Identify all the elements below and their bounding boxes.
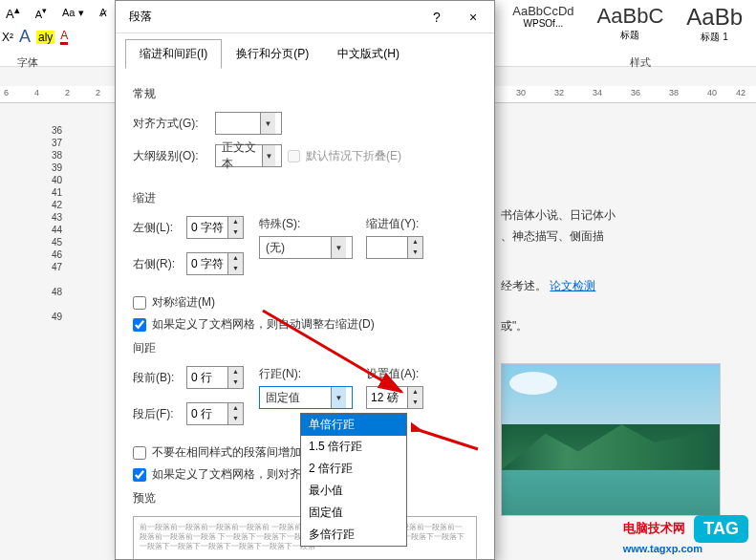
highlight-button[interactable]: aly bbox=[36, 31, 54, 44]
before-label: 段前(B): bbox=[133, 370, 181, 386]
indent-by-label: 缩进值(Y): bbox=[366, 216, 425, 232]
ruler-tick: 32 bbox=[554, 88, 564, 97]
change-case-button[interactable]: Aa ▾ bbox=[58, 5, 88, 21]
ruler-tick: 2 bbox=[96, 88, 100, 97]
spin-up-icon[interactable]: ▲ bbox=[408, 387, 422, 398]
style-item-4[interactable]: AaBb标题 1 bbox=[680, 2, 748, 46]
spin-up-icon[interactable]: ▲ bbox=[228, 253, 243, 264]
chevron-down-icon[interactable]: ▼ bbox=[262, 145, 275, 166]
tab-indent-spacing[interactable]: 缩进和间距(I) bbox=[125, 39, 222, 69]
increase-font-icon[interactable]: A▾ bbox=[32, 3, 51, 22]
close-button[interactable]: × bbox=[460, 10, 486, 25]
dropdown-option-fixed[interactable]: 固定值 bbox=[301, 502, 406, 524]
alignment-combo[interactable]: ▼ bbox=[215, 112, 282, 135]
tab-asian-layout[interactable]: 中文版式(H) bbox=[323, 39, 414, 69]
style-item-3[interactable]: AaBbC标题 bbox=[592, 2, 670, 46]
indent-by-spinner[interactable]: ▲▼ bbox=[366, 236, 425, 259]
special-label: 特殊(S): bbox=[259, 216, 353, 232]
section-indent: 缩进 bbox=[133, 190, 477, 206]
watermark: 电脑技术网 TAG www.tagxp.com bbox=[623, 515, 748, 554]
watermark-url: www.tagxp.com bbox=[623, 543, 748, 554]
left-indent-label: 左侧(L): bbox=[133, 220, 181, 236]
dropdown-option-min[interactable]: 最小值 bbox=[301, 480, 406, 502]
spin-down-icon[interactable]: ▼ bbox=[408, 398, 422, 408]
set-value-label: 设置值(A): bbox=[366, 366, 425, 382]
after-label: 段后(F): bbox=[133, 406, 181, 422]
ruler-tick: 36 bbox=[631, 88, 640, 97]
spin-down-icon[interactable]: ▼ bbox=[228, 264, 243, 274]
right-indent-spinner[interactable]: ▲▼ bbox=[186, 252, 246, 275]
watermark-text: 电脑技术网 bbox=[623, 521, 685, 535]
spin-down-icon[interactable]: ▼ bbox=[408, 248, 422, 258]
clear-format-icon[interactable]: A̷ bbox=[96, 5, 111, 21]
ruler-tick: 6 bbox=[4, 88, 9, 97]
mirror-indent-label: 对称缩进(M) bbox=[152, 294, 215, 311]
ruler-tick: 2 bbox=[65, 88, 70, 97]
chevron-down-icon[interactable]: ▼ bbox=[331, 387, 346, 408]
chevron-down-icon[interactable]: ▼ bbox=[331, 237, 346, 258]
special-combo[interactable]: (无)▼ bbox=[259, 236, 353, 259]
link[interactable]: 论文检测 bbox=[550, 279, 595, 292]
section-spacing: 间距 bbox=[133, 340, 477, 356]
watermark-tag: TAG bbox=[694, 515, 748, 543]
document-image bbox=[501, 363, 721, 516]
font-group-label: 字体 bbox=[17, 55, 38, 70]
right-indent-label: 右侧(R): bbox=[133, 256, 181, 272]
alignment-label: 对齐方式(G): bbox=[133, 116, 209, 132]
dialog-tabs: 缩进和间距(I) 换行和分页(P) 中文版式(H) bbox=[116, 33, 494, 69]
mirror-indent-checkbox[interactable] bbox=[133, 296, 146, 310]
ribbon-font-row1: A▴ A▾ Aa ▾ A̷ bbox=[2, 2, 111, 23]
line-spacing-dropdown: 单倍行距 1.5 倍行距 2 倍行距 最小值 固定值 多倍行距 bbox=[300, 413, 407, 547]
decrease-font-icon[interactable]: A▴ bbox=[2, 2, 24, 23]
auto-adjust-checkbox[interactable] bbox=[133, 318, 146, 332]
spin-up-icon[interactable]: ▲ bbox=[408, 237, 422, 248]
spin-down-icon[interactable]: ▼ bbox=[228, 377, 243, 388]
styles-group-label: 样式 bbox=[630, 55, 651, 70]
collapse-checkbox bbox=[288, 150, 300, 162]
dialog-titlebar[interactable]: 段落 ? × bbox=[116, 1, 494, 33]
text-effects-button[interactable]: A bbox=[19, 27, 31, 47]
line-spacing-label: 行距(N): bbox=[259, 366, 353, 382]
spin-up-icon[interactable]: ▲ bbox=[228, 403, 243, 414]
auto-adjust-label: 如果定义了文档网格，则自动调整右缩进(D) bbox=[152, 316, 375, 333]
ribbon-font-row2: X² A aly A bbox=[2, 27, 68, 47]
before-spinner[interactable]: ▲▼ bbox=[186, 366, 246, 389]
tab-line-page-break[interactable]: 换行和分页(P) bbox=[222, 39, 323, 69]
help-button[interactable]: ? bbox=[423, 10, 450, 25]
dropdown-option-double[interactable]: 2 倍行距 bbox=[301, 458, 406, 480]
left-indent-spinner[interactable]: ▲▼ bbox=[186, 216, 246, 239]
spin-up-icon[interactable]: ▲ bbox=[228, 217, 243, 227]
line-number-gutter: 363738 394041 424344 454647 48 49 bbox=[52, 124, 62, 323]
line-spacing-combo[interactable]: 固定值▼ bbox=[259, 386, 353, 409]
snap-grid-label: 如果定义了文档网格，则对齐到 bbox=[152, 466, 313, 483]
no-add-space-checkbox[interactable] bbox=[133, 446, 146, 460]
ruler-tick: 40 bbox=[707, 88, 717, 97]
collapse-label: 默认情况下折叠(E) bbox=[306, 148, 401, 164]
set-value-spinner[interactable]: ▲▼ bbox=[366, 386, 425, 409]
ruler-tick: 30 bbox=[516, 88, 526, 97]
ruler-tick: 34 bbox=[593, 88, 602, 97]
chevron-down-icon[interactable]: ▼ bbox=[260, 113, 275, 134]
outline-label: 大纲级别(O): bbox=[133, 148, 209, 164]
dropdown-option-single[interactable]: 单倍行距 bbox=[301, 414, 406, 436]
style-item-2[interactable]: AaBbCcDdWPSOf... bbox=[507, 2, 579, 46]
document-text-visible: 书信体小说、日记体小 、神态描写、侧面描 经考述。 论文检测 或"。 bbox=[501, 205, 616, 336]
after-spinner[interactable]: ▲▼ bbox=[186, 402, 246, 425]
ruler-tick: 38 bbox=[669, 88, 679, 97]
ruler-tick: 4 bbox=[34, 88, 39, 97]
superscript-button[interactable]: X² bbox=[2, 31, 13, 44]
spin-down-icon[interactable]: ▼ bbox=[228, 414, 243, 424]
ruler-tick: 42 bbox=[736, 88, 745, 97]
spin-up-icon[interactable]: ▲ bbox=[228, 367, 243, 377]
snap-grid-checkbox[interactable] bbox=[133, 468, 146, 482]
dialog-title: 段落 bbox=[129, 9, 152, 25]
no-add-space-label: 不要在相同样式的段落间增加间 bbox=[152, 444, 313, 461]
font-color-button[interactable]: A bbox=[60, 29, 68, 45]
outline-combo[interactable]: 正文文本▼ bbox=[215, 144, 282, 167]
section-general: 常规 bbox=[133, 86, 477, 102]
dropdown-option-1-5[interactable]: 1.5 倍行距 bbox=[301, 436, 406, 458]
dropdown-option-multi[interactable]: 多倍行距 bbox=[301, 524, 406, 546]
spin-down-icon[interactable]: ▼ bbox=[228, 227, 243, 238]
